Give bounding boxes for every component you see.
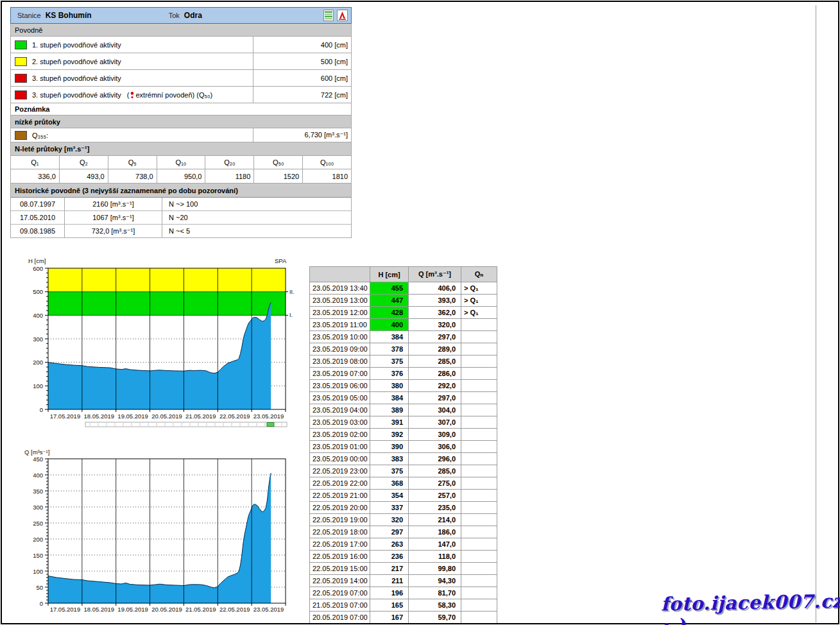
reading-flow: 81,70: [409, 587, 461, 599]
reading-flow: 304,0: [409, 404, 461, 416]
col-header-qn: Qₙ: [461, 267, 497, 282]
flood-date: 17.05.2010: [11, 211, 65, 224]
reading-time: 22.05.2019 07:00: [310, 587, 370, 599]
river-name: Odra: [184, 11, 202, 20]
reading-stage: 167: [370, 612, 409, 624]
flood-return-period: N ~< 5: [162, 227, 351, 235]
reading-time: 23.05.2019 00:00: [310, 453, 370, 465]
historical-flood-row: 08.07.1997 2160 [m³.s⁻¹] N ~> 100: [11, 198, 351, 211]
reading-qn: [461, 490, 497, 502]
svg-text:0: 0: [40, 406, 43, 413]
reading-qn: [461, 331, 497, 343]
x-axis-date-label: 19.05.2019: [117, 606, 148, 613]
station-label: Stanice: [17, 12, 41, 19]
nyear-header-cell: Q₁₀: [157, 156, 205, 169]
reading-stage: 455: [370, 282, 409, 295]
watermark: foto.ijacek007.cz :-): [660, 590, 840, 625]
low-flow-label: Q₃₅₅:: [32, 132, 253, 139]
svg-text:250: 250: [33, 520, 43, 527]
low-flows-section-title: nízké průtoky: [11, 116, 351, 128]
flood-discharge: 2160 [m³.s⁻¹]: [65, 198, 162, 210]
reading-stage: 354: [370, 490, 409, 502]
nyear-value-cell: 336,0: [11, 169, 59, 183]
spa-label: SPA: [275, 257, 287, 264]
reading-stage: 390: [370, 441, 409, 453]
nyear-value-cell: 493,0: [59, 169, 108, 183]
table-row: 22.05.2019 07:0019681,70: [310, 587, 497, 599]
table-row: 22.05.2019 18:00297186,0: [310, 526, 497, 538]
reading-time: 23.05.2019 11:00: [310, 319, 370, 331]
reading-stage: 297: [370, 526, 409, 538]
reading-qn: [461, 319, 497, 331]
reading-stage: 211: [370, 575, 409, 587]
table-export-icon[interactable]: [323, 10, 334, 21]
reading-time: 22.05.2019 17:00: [310, 538, 370, 551]
flood-level-row: 3. stupeň povodňové aktivity ( extrémní …: [11, 87, 351, 103]
nyear-value-cell: 950,0: [157, 169, 205, 183]
x-axis-date-label: 22.05.2019: [219, 413, 250, 420]
reading-flow: 292,0: [409, 380, 461, 392]
table-row: 23.05.2019 02:00392309,0: [310, 429, 497, 441]
reading-stage: 165: [370, 599, 409, 612]
spa-level-label: I.: [289, 312, 293, 318]
table-row: 22.05.2019 19:00320214,0: [310, 514, 497, 526]
reading-stage: 376: [370, 368, 409, 380]
n-year-section-title: N-leté průtoky [m³.s⁻¹]: [11, 142, 351, 156]
reading-flow: 58,30: [409, 599, 461, 612]
svg-text:600: 600: [33, 265, 43, 272]
table-row: 23.05.2019 11:00400320,0: [310, 319, 497, 331]
reading-flow: 147,0: [409, 538, 461, 551]
reading-flow: 257,0: [409, 490, 461, 502]
reading-stage: 320: [370, 514, 409, 526]
reading-flow: 297,0: [409, 331, 461, 343]
reading-time: 22.05.2019 21:00: [310, 490, 370, 502]
reading-qn: [461, 551, 497, 563]
nyear-header-cell: Q₅₀: [253, 156, 302, 169]
x-axis-date-label: 23.05.2019: [253, 413, 284, 420]
reading-time: 22.05.2019 16:00: [310, 551, 370, 563]
reading-time: 22.05.2019 14:00: [310, 575, 370, 587]
table-row: 21.05.2019 07:0016558,30: [310, 599, 497, 612]
note-section-title: Poznámka: [11, 103, 351, 116]
flood-level-row: 1. stupeň povodňové aktivity 400 [cm]: [11, 37, 351, 53]
reading-qn: > Q₁: [461, 295, 497, 307]
station-info-panel: Stanice KS Bohumín Tok Odra Povodn: [10, 8, 352, 184]
reading-flow: 297,0: [409, 392, 461, 404]
reading-time: 23.05.2019 09:00: [310, 343, 370, 355]
readings-tbody: 23.05.2019 13:40455406,0> Q₁23.05.2019 1…: [310, 282, 497, 624]
reading-time: 23.05.2019 10:00: [310, 331, 370, 343]
table-row: 23.05.2019 13:40455406,0> Q₁: [310, 282, 497, 295]
flood-level-value: 600 [cm]: [253, 70, 351, 86]
reading-flow: 186,0: [409, 526, 461, 538]
pdf-export-icon[interactable]: [337, 10, 348, 21]
flood-level-row: 3. stupeň povodňové aktivity 600 [cm]: [11, 70, 351, 87]
reading-time: 23.05.2019 06:00: [310, 380, 370, 392]
table-row: 22.05.2019 16:00236118,0: [310, 551, 497, 563]
reading-qn: [461, 526, 497, 538]
reading-qn: [461, 612, 497, 624]
flood-level-value: 722 [cm]: [253, 87, 351, 103]
table-row: 22.05.2019 20:00337235,0: [310, 502, 497, 514]
reading-stage: 383: [370, 453, 409, 465]
reading-flow: 118,0: [409, 551, 461, 563]
table-row: 22.05.2019 15:0021799,80: [310, 563, 497, 575]
time-slider-handle[interactable]: [267, 423, 274, 427]
nyear-header-cell: Q₁: [11, 156, 59, 169]
y-axis-label: Q [m³s⁻¹]: [24, 449, 49, 456]
svg-text:100: 100: [33, 382, 43, 390]
reading-stage: 392: [370, 429, 409, 441]
reading-qn: [461, 599, 497, 612]
nyear-value-cell: 1520: [253, 169, 302, 183]
col-header-stage: H [cm]: [370, 267, 409, 282]
floods-section-title: Povodně: [11, 24, 351, 37]
x-axis-date-label: 17.05.2019: [50, 606, 81, 613]
reading-flow: 289,0: [409, 343, 461, 355]
reading-qn: [461, 392, 497, 404]
x-axis-date-label: 17.05.2019: [50, 413, 81, 420]
reading-qn: > Q₁: [461, 282, 497, 295]
reading-qn: [461, 343, 497, 355]
reading-time: 22.05.2019 18:00: [310, 526, 370, 538]
reading-time: 22.05.2019 23:00: [310, 465, 370, 477]
col-header-flow: Q [m³.s⁻¹]: [409, 267, 461, 282]
reading-flow: 306,0: [409, 441, 461, 453]
